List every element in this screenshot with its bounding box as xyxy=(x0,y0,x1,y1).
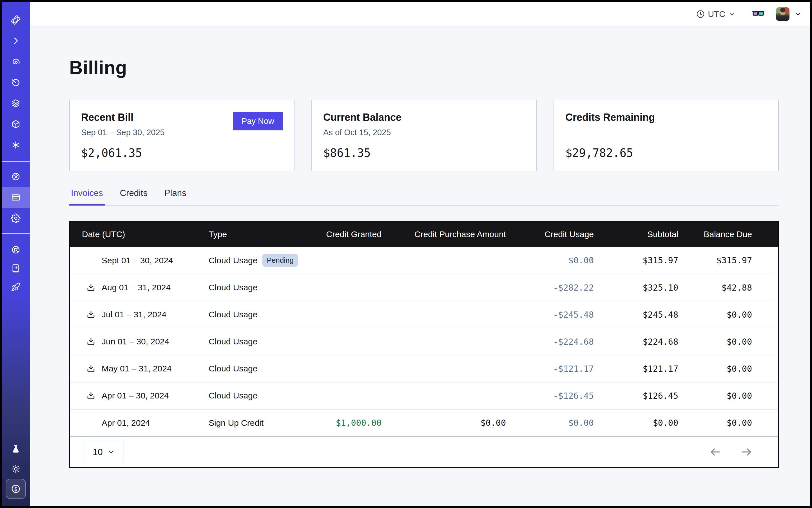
sun-icon[interactable] xyxy=(2,459,30,479)
app-window: $ UTC xyxy=(0,0,812,508)
app-logo-icon[interactable] xyxy=(2,9,30,31)
credit-usage-value: -$224.68 xyxy=(506,328,594,355)
download-invoice-icon[interactable] xyxy=(86,309,96,320)
recent-bill-amount: $2,061.35 xyxy=(81,146,283,159)
col-credit-granted: Credit Granted xyxy=(299,222,382,247)
credit-granted-value: $1,000.00 xyxy=(299,409,382,436)
credit-usage-value: -$126.45 xyxy=(506,382,594,409)
sidebar-group-help xyxy=(2,241,30,296)
rocket-icon[interactable] xyxy=(2,278,30,296)
balance-due-value: $0.00 xyxy=(678,409,778,436)
col-subtotal: Subtotal xyxy=(594,222,678,247)
subtotal-value: $315.97 xyxy=(594,247,678,274)
col-date: Date (UTC) xyxy=(70,222,209,247)
credit-granted-value xyxy=(299,274,382,301)
download-invoice-icon[interactable] xyxy=(86,390,96,401)
flask-icon[interactable] xyxy=(2,439,30,459)
sidebar-spacer xyxy=(2,296,30,439)
download-invoice-icon[interactable] xyxy=(86,364,96,374)
download-invoice-icon[interactable] xyxy=(86,283,96,293)
credit-purchase-value xyxy=(382,355,506,382)
col-balance-due: Balance Due xyxy=(678,222,778,247)
table-row: Apr 01, 2024 Sign Up Credit $1,000.00 $0… xyxy=(70,409,778,436)
invoice-type: Cloud Usage xyxy=(209,337,257,346)
download-invoice-icon[interactable] xyxy=(86,337,96,347)
table-row: Jun 01 – 30, 2024 Cloud Usage -$224.68 $… xyxy=(70,328,778,355)
content: Billing Recent Bill Sep 01 – Sep 30, 202… xyxy=(30,27,810,502)
chevron-right-icon[interactable] xyxy=(2,31,30,51)
layers-icon[interactable] xyxy=(2,93,30,114)
wheel-icon[interactable] xyxy=(2,241,30,259)
col-type: Type xyxy=(209,222,299,247)
gear-icon[interactable] xyxy=(2,208,30,229)
table-row: May 01 – 31, 2024 Cloud Usage -$121.17 $… xyxy=(70,355,778,382)
tab-invoices[interactable]: Invoices xyxy=(69,188,105,205)
account-menu-chevron-icon[interactable] xyxy=(794,10,802,18)
col-credit-purchase-amount: Credit Purchase Amount xyxy=(382,222,506,247)
sidebar-divider xyxy=(2,161,30,162)
chevron-down-icon xyxy=(728,10,735,18)
summary-cards: Recent Bill Sep 01 – Sep 30, 2025 $2,061… xyxy=(69,100,810,171)
credit-usage-value: $0.00 xyxy=(506,409,594,436)
book-sparkle-icon[interactable] xyxy=(2,259,30,278)
balance-due-value: $0.00 xyxy=(678,328,778,355)
subtotal-value: $121.17 xyxy=(594,355,678,382)
subtotal-value: $245.48 xyxy=(594,301,678,328)
balance-due-value: $0.00 xyxy=(678,301,778,328)
col-credit-usage: Credit Usage xyxy=(506,222,594,247)
credit-usage-value: -$282.22 xyxy=(506,274,594,301)
credit-purchase-value xyxy=(382,382,506,409)
clock-icon xyxy=(696,9,705,18)
credit-granted-value xyxy=(299,382,382,409)
table-header: Date (UTC) Type Credit Granted Credit Pu… xyxy=(70,222,778,247)
table-pagination: 10 xyxy=(70,436,778,467)
tab-plans[interactable]: Plans xyxy=(163,188,188,205)
billing-tabs: Invoices Credits Plans xyxy=(69,188,779,206)
sidebar: $ xyxy=(2,2,30,506)
credits-badge-button[interactable]: $ xyxy=(6,479,26,499)
spiral-icon[interactable] xyxy=(2,51,30,72)
previous-page-arrow-icon[interactable] xyxy=(709,446,722,458)
history-clock-icon[interactable] xyxy=(2,72,30,93)
icon-slot xyxy=(86,418,96,428)
invoices-table: Date (UTC) Type Credit Granted Credit Pu… xyxy=(69,221,779,468)
credit-purchase-value xyxy=(382,301,506,328)
next-page-arrow-icon[interactable] xyxy=(740,446,753,458)
page-size-select[interactable]: 10 xyxy=(84,441,124,463)
invoice-date: Apr 01, 2024 xyxy=(102,418,150,428)
user-avatar[interactable] xyxy=(776,7,789,21)
invoice-date: May 01 – 31, 2024 xyxy=(102,364,172,373)
table-row: Apr 01 – 30, 2024 Cloud Usage -$126.45 $… xyxy=(70,382,778,409)
svg-text:$: $ xyxy=(14,486,17,492)
chevron-down-icon xyxy=(107,448,115,456)
credit-usage-value: -$121.17 xyxy=(506,355,594,382)
credit-usage-value: -$245.48 xyxy=(506,301,594,328)
credits-remaining-amount: $29,782.65 xyxy=(565,146,767,159)
credit-granted-value xyxy=(299,247,382,274)
asterisk-icon[interactable] xyxy=(2,135,30,156)
credit-granted-value xyxy=(299,328,382,355)
page-size-value: 10 xyxy=(93,447,103,457)
tab-credits[interactable]: Credits xyxy=(118,188,149,205)
invoice-type: Cloud Usage xyxy=(209,256,257,265)
page-title: Billing xyxy=(69,57,810,78)
invoice-date: Aug 01 – 31, 2024 xyxy=(102,283,171,292)
balance-due-value: $42.88 xyxy=(678,274,778,301)
subtotal-value: $0.00 xyxy=(594,409,678,436)
gauge-icon[interactable] xyxy=(2,166,30,187)
credit-usage-value: $0.00 xyxy=(506,247,594,274)
invoice-type: Sign Up Credit xyxy=(209,418,263,428)
sidebar-item-billing[interactable] xyxy=(2,187,30,208)
cube-icon[interactable] xyxy=(2,114,30,135)
subtotal-value: $325.10 xyxy=(594,274,678,301)
balance-due-value: $315.97 xyxy=(678,247,778,274)
topbar: UTC xyxy=(30,2,810,27)
card-subtitle: As of Oct 15, 2025 xyxy=(323,128,525,137)
3d-glasses-icon[interactable] xyxy=(752,8,765,20)
subtotal-value: $224.68 xyxy=(594,328,678,355)
timezone-selector[interactable]: UTC xyxy=(696,9,735,19)
invoice-date: Jun 01 – 30, 2024 xyxy=(102,337,169,346)
credit-purchase-value: $0.00 xyxy=(382,409,506,436)
pay-now-button[interactable]: Pay Now xyxy=(233,112,283,130)
invoice-date: Sept 01 – 30, 2024 xyxy=(102,256,173,265)
